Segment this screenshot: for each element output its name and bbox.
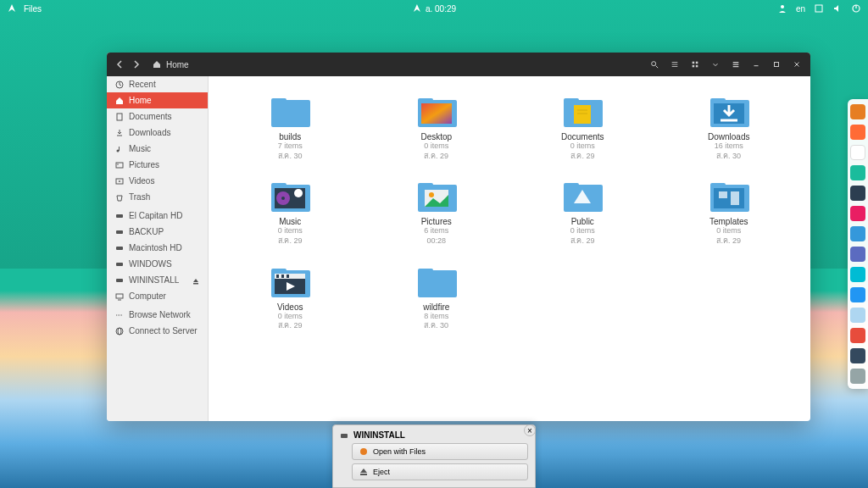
menu-button[interactable] (729, 58, 743, 70)
folder-label: Music (279, 217, 301, 226)
path-bar[interactable]: Home (151, 58, 189, 70)
titlebar[interactable]: Home (107, 53, 810, 76)
dock-item-8[interactable] (850, 267, 865, 282)
folder-icon (562, 93, 603, 127)
minimize-button[interactable] (749, 58, 763, 70)
sidebar-item-videos[interactable]: Videos (107, 173, 208, 189)
folder-icon (416, 178, 457, 212)
folder-public[interactable]: Public 0 items ส.ค. 29 (526, 178, 639, 246)
close-button[interactable] (790, 58, 804, 70)
sidebar-item-computer[interactable]: Computer (107, 288, 208, 304)
user-icon[interactable] (777, 3, 787, 14)
svg-rect-61 (341, 434, 348, 438)
volume-icon[interactable] (832, 3, 843, 14)
svg-rect-10 (696, 62, 698, 64)
folder-wildfire[interactable]: wildfire 8 items ส.ค. 30 (381, 263, 493, 331)
sidebar-item-downloads[interactable]: Downloads (107, 125, 208, 141)
svg-rect-55 (731, 191, 739, 205)
maximize-button[interactable] (770, 58, 783, 70)
dock-item-3[interactable] (850, 165, 865, 180)
dock-item-6[interactable] (850, 226, 865, 241)
svg-rect-17 (775, 63, 779, 67)
svg-rect-11 (693, 65, 695, 68)
dock (848, 99, 868, 389)
sidebar-item-wininstall[interactable]: WININSTALL (107, 272, 208, 288)
folder-videos[interactable]: Videos 0 items ส.ค. 29 (234, 263, 347, 331)
folder-meta: ส.ค. 29 (716, 236, 741, 247)
sidebar-item-browse-network[interactable]: Browse Network (107, 307, 208, 323)
dock-item-13[interactable] (850, 369, 865, 384)
folder-meta: 0 items (716, 226, 741, 236)
sidebar-item-windows[interactable]: WINDOWS (107, 256, 208, 272)
svg-point-39 (116, 328, 123, 335)
eject-icon[interactable] (192, 277, 199, 284)
dock-item-12[interactable] (850, 348, 865, 363)
sidebar-item-backup[interactable]: BACKUP (107, 224, 208, 240)
sidebar-item-recent[interactable]: Recent (107, 76, 208, 92)
search-button[interactable] (648, 58, 661, 70)
svg-rect-36 (116, 294, 123, 298)
back-button[interactable] (114, 58, 125, 70)
svg-rect-63 (360, 474, 367, 475)
svg-point-49 (281, 197, 285, 200)
dock-item-11[interactable] (850, 328, 865, 343)
dock-item-4[interactable] (850, 186, 865, 201)
sidebar-item-macintosh-hd[interactable]: Macintosh HD (107, 240, 208, 256)
content-area[interactable]: builds 7 items ส.ค. 30 Desktop 0 items ส… (209, 76, 810, 421)
dock-item-0[interactable] (850, 104, 865, 119)
folder-desktop[interactable]: Desktop 0 items ส.ค. 29 (381, 93, 493, 161)
sidebar-item-el-capitan-hd[interactable]: El Capitan HD (107, 208, 208, 224)
dock-item-7[interactable] (850, 247, 865, 262)
sidebar-item-home[interactable]: Home (107, 92, 208, 108)
folder-label: Pictures (421, 217, 452, 226)
forward-button[interactable] (131, 58, 142, 70)
dock-item-9[interactable] (850, 287, 865, 302)
distro-logo-icon[interactable] (7, 3, 17, 14)
notification-close-button[interactable]: × (524, 424, 536, 436)
folder-meta: ส.ค. 30 (424, 321, 448, 331)
folder-documents[interactable]: Documents 0 items ส.ค. 29 (526, 93, 639, 161)
clock-icon (115, 80, 124, 89)
open-with-files-button[interactable]: Open with Files (352, 443, 528, 460)
sidebar-item-connect-to-server[interactable]: Connect to Server (107, 323, 208, 339)
folder-icon (270, 263, 310, 297)
sidebar-item-music[interactable]: Music (107, 141, 208, 157)
folder-downloads[interactable]: Downloads 16 items ส.ค. 30 (673, 93, 786, 161)
svg-rect-27 (116, 163, 123, 168)
keyboard-layout[interactable]: en (796, 4, 805, 14)
svg-rect-12 (696, 65, 698, 68)
view-grid-button[interactable] (688, 58, 702, 70)
network-icon[interactable] (814, 3, 824, 14)
server-icon (115, 327, 124, 336)
sidebar-item-trash[interactable]: Trash (107, 189, 208, 205)
view-dropdown-button[interactable] (709, 58, 722, 70)
folder-templates[interactable]: Templates 0 items ส.ค. 29 (673, 178, 786, 246)
folder-meta: 0 items (278, 312, 303, 322)
sidebar-item-label: Downloads (129, 128, 170, 137)
active-app-label[interactable]: Files (24, 4, 42, 14)
folder-builds[interactable]: builds 7 items ส.ค. 30 (234, 93, 347, 161)
folder-label: wildfire (423, 302, 449, 312)
eject-button[interactable]: Eject (352, 463, 528, 480)
folder-icon (416, 263, 457, 297)
svg-rect-58 (276, 274, 279, 278)
dock-item-1[interactable] (850, 125, 865, 140)
svg-rect-42 (574, 105, 591, 124)
dock-item-5[interactable] (850, 206, 865, 221)
picture-icon (115, 161, 124, 169)
clock[interactable]: a. 00:29 (412, 3, 456, 14)
home-icon (151, 58, 163, 70)
folder-meta: 0 items (570, 141, 595, 152)
svg-rect-53 (714, 188, 744, 208)
folder-pictures[interactable]: Pictures 6 items 00:28 (381, 178, 493, 246)
folder-label: builds (279, 132, 301, 141)
sidebar-item-documents[interactable]: Documents (107, 108, 208, 125)
folder-music[interactable]: Music 0 items ส.ค. 29 (234, 178, 347, 246)
svg-rect-23 (117, 114, 122, 120)
view-list-button[interactable] (668, 58, 682, 70)
dock-item-2[interactable] (850, 145, 865, 160)
sidebar-item-pictures[interactable]: Pictures (107, 157, 208, 173)
power-icon[interactable] (851, 3, 861, 14)
sidebar-item-label: Connect to Server (129, 326, 198, 336)
dock-item-10[interactable] (850, 308, 865, 323)
